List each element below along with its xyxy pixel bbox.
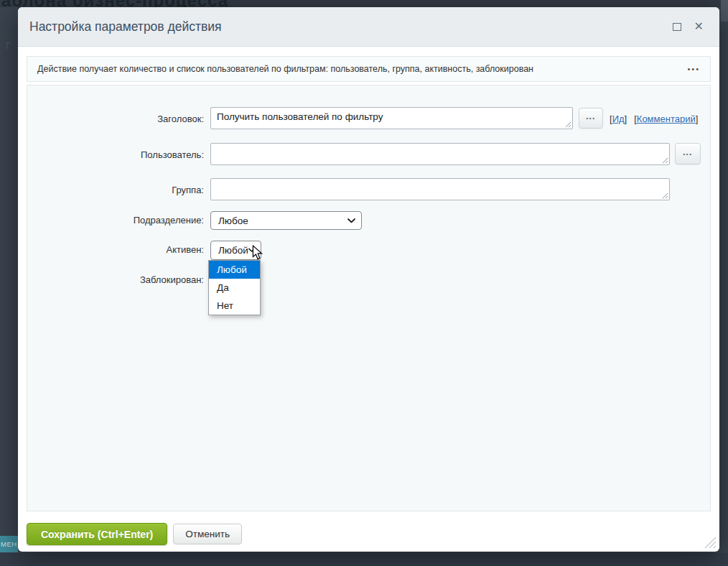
- save-button[interactable]: Сохранить (Ctrl+Enter): [27, 523, 167, 545]
- user-field-row: Пользователь: •••: [27, 143, 710, 165]
- blocked-field-label: Заблокирован:: [27, 274, 204, 286]
- user-textarea-wrap: [210, 143, 670, 165]
- active-select-dropdown: Любой Да Нет: [208, 260, 261, 315]
- parameters-form: Заголовок: Получить пользователей по фил…: [27, 85, 711, 511]
- modal-title: Настройка параметров действия: [29, 19, 673, 34]
- department-select-value: Любое: [218, 215, 248, 226]
- modal-body: Действие получает количество и список по…: [18, 47, 719, 552]
- active-field-label: Активен:: [27, 241, 204, 256]
- resize-grip-icon[interactable]: [661, 192, 668, 199]
- close-icon[interactable]: ✕: [694, 21, 704, 32]
- maximize-icon[interactable]: [673, 23, 681, 31]
- department-select[interactable]: Любое: [210, 211, 362, 230]
- department-field-label: Подразделение:: [27, 211, 204, 226]
- user-textarea[interactable]: [210, 143, 670, 165]
- background-page-title: аблона бизнес-процесса *: [1, 0, 241, 7]
- comment-link[interactable]: [Комментарий]: [634, 113, 698, 124]
- resize-grip-icon[interactable]: [564, 121, 571, 128]
- bracket: ]: [696, 113, 699, 124]
- resize-grip-icon[interactable]: [661, 157, 668, 164]
- title-picker-button[interactable]: •••: [579, 108, 603, 129]
- action-settings-modal: Настройка параметров действия ✕ Действие…: [18, 7, 719, 552]
- action-description-text: Действие получает количество и список по…: [37, 64, 687, 74]
- window-controls: ✕: [673, 21, 704, 32]
- title-textarea[interactable]: Получить пользователей по фильтру: [210, 107, 573, 129]
- action-description-bar: Действие получает количество и список по…: [27, 56, 711, 82]
- title-links: [Ид] [Комментарий]: [610, 107, 698, 124]
- title-textarea-wrap: Получить пользователей по фильтру: [210, 107, 573, 129]
- chevron-down-icon: [347, 218, 355, 223]
- cancel-button[interactable]: Отменить: [173, 524, 242, 544]
- active-select-value: Любой: [218, 245, 248, 256]
- background-scrollbar-fragment: [721, 0, 728, 22]
- title-field-label: Заголовок:: [27, 107, 204, 125]
- background-page-header: аблона бизнес-процесса *: [0, 0, 728, 7]
- background-page-footer: [0, 553, 728, 566]
- background-text-fragment: Г: [6, 41, 11, 51]
- user-picker-button[interactable]: •••: [675, 143, 701, 164]
- department-field-row: Подразделение: Любое: [27, 211, 710, 230]
- modal-footer: Сохранить (Ctrl+Enter) Отменить: [27, 523, 711, 545]
- chevron-down-icon: [248, 248, 255, 253]
- bracket: ]: [625, 113, 627, 124]
- group-textarea-wrap: [210, 178, 670, 200]
- id-link-label: Ид: [612, 113, 625, 124]
- dropdown-option-no[interactable]: Нет: [209, 297, 260, 315]
- group-field-label: Группа:: [27, 178, 204, 196]
- more-menu-icon[interactable]: •••: [687, 65, 700, 73]
- background-tab-fragment: МЕН: [0, 536, 18, 552]
- comment-link-label: Комментарий: [637, 113, 696, 124]
- title-field-row: Заголовок: Получить пользователей по фил…: [27, 107, 710, 129]
- active-select[interactable]: Любой: [210, 241, 261, 260]
- dropdown-option-any[interactable]: Любой: [209, 261, 260, 279]
- active-field-row: Активен: Любой: [27, 241, 710, 260]
- dialog-resize-grip-icon[interactable]: [700, 532, 717, 549]
- dropdown-option-yes[interactable]: Да: [209, 279, 260, 297]
- group-field-row: Группа:: [27, 178, 710, 200]
- blocked-field-row: Заблокирован:: [27, 274, 710, 286]
- group-textarea[interactable]: [210, 178, 670, 200]
- id-link[interactable]: [Ид]: [610, 113, 627, 124]
- user-field-label: Пользователь:: [27, 143, 204, 161]
- modal-titlebar: Настройка параметров действия ✕: [18, 7, 719, 47]
